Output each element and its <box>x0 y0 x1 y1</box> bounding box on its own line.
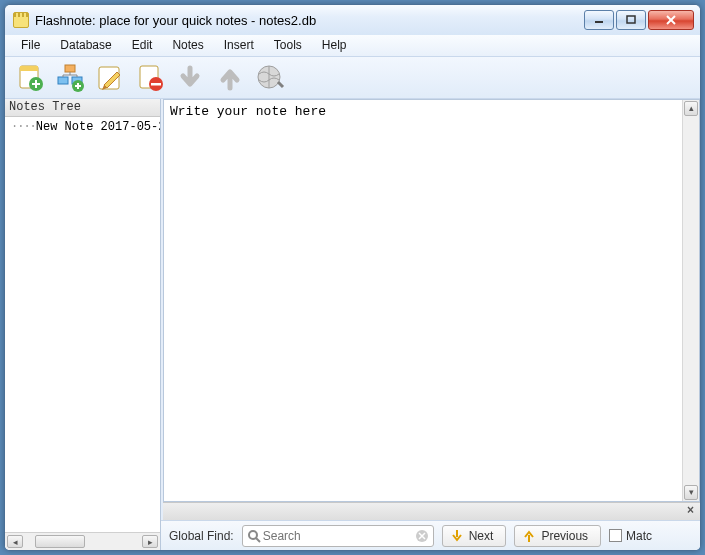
svg-rect-14 <box>151 83 161 86</box>
title-bar[interactable]: Flashnote: place for your quick notes - … <box>5 5 700 35</box>
menu-bar: File Database Edit Notes Insert Tools He… <box>5 35 700 57</box>
status-bar: Global Find: Next Previous Matc <box>161 520 700 550</box>
find-next-button[interactable]: Next <box>442 525 507 547</box>
new-sibling-icon <box>55 63 85 93</box>
search-box[interactable] <box>242 525 434 547</box>
match-case-label: Matc <box>626 529 652 543</box>
edit-note-icon <box>95 63 125 93</box>
scroll-up-button[interactable]: ▴ <box>684 101 698 116</box>
svg-rect-1 <box>627 16 635 23</box>
match-case-option[interactable]: Matc <box>609 529 652 543</box>
menu-help[interactable]: Help <box>312 35 357 56</box>
close-icon <box>665 15 677 25</box>
maximize-icon <box>626 15 636 25</box>
find-next-label: Next <box>469 529 494 543</box>
menu-notes[interactable]: Notes <box>162 35 213 56</box>
move-up-icon <box>216 64 244 92</box>
global-find-label: Global Find: <box>169 529 234 543</box>
delete-note-icon <box>135 63 165 93</box>
editor-area: Write your note here ▴ ▾ <box>163 99 700 502</box>
maximize-button[interactable] <box>616 10 646 30</box>
svg-point-16 <box>249 531 257 539</box>
svg-rect-7 <box>65 65 75 72</box>
delete-note-button[interactable] <box>131 60 169 96</box>
svg-line-3 <box>667 16 675 24</box>
move-down-icon <box>176 64 204 92</box>
app-window: Flashnote: place for your quick notes - … <box>4 4 701 551</box>
editor-panel: Write your note here ▴ ▾ × Global Find: <box>161 99 700 550</box>
new-note-button[interactable] <box>11 60 49 96</box>
svg-rect-5 <box>20 66 38 71</box>
tree-body[interactable]: ····New Note 2017-05-2 <box>5 117 160 532</box>
tree-item[interactable]: ····New Note 2017-05-2 <box>5 119 160 135</box>
editor-textarea[interactable]: Write your note here <box>164 100 682 501</box>
panel-close-strip: × <box>163 502 700 520</box>
menu-file[interactable]: File <box>11 35 50 56</box>
minimize-button[interactable] <box>584 10 614 30</box>
menu-edit[interactable]: Edit <box>122 35 163 56</box>
window-controls <box>584 10 694 30</box>
tree-header: Notes Tree <box>5 99 160 117</box>
editor-vertical-scrollbar[interactable]: ▴ ▾ <box>682 100 699 501</box>
find-prev-button[interactable]: Previous <box>514 525 601 547</box>
svg-line-17 <box>256 538 260 542</box>
scroll-left-button[interactable]: ◂ <box>7 535 23 548</box>
minimize-icon <box>594 15 604 25</box>
menu-insert[interactable]: Insert <box>214 35 264 56</box>
globe-icon <box>255 63 285 93</box>
find-prev-label: Previous <box>541 529 588 543</box>
move-down-button[interactable] <box>171 60 209 96</box>
scroll-thumb[interactable] <box>35 535 85 548</box>
new-note-icon <box>15 63 45 93</box>
globe-button[interactable] <box>251 60 289 96</box>
close-button[interactable] <box>648 10 694 30</box>
window-title: Flashnote: place for your quick notes - … <box>35 13 584 28</box>
tree-panel: Notes Tree ····New Note 2017-05-2 ◂ ▸ <box>5 99 161 550</box>
tree-connector-icon: ···· <box>11 120 36 134</box>
svg-rect-8 <box>58 77 68 84</box>
scroll-right-button[interactable]: ▸ <box>142 535 158 548</box>
tree-horizontal-scrollbar[interactable]: ◂ ▸ <box>5 532 160 550</box>
arrow-down-icon <box>451 529 463 543</box>
toolbar <box>5 57 700 99</box>
search-icon <box>247 529 261 543</box>
new-sibling-button[interactable] <box>51 60 89 96</box>
scroll-down-button[interactable]: ▾ <box>684 485 698 500</box>
tree-item-label: New Note 2017-05-2 <box>36 120 160 134</box>
svg-line-2 <box>667 16 675 24</box>
move-up-button[interactable] <box>211 60 249 96</box>
body-area: Notes Tree ····New Note 2017-05-2 ◂ ▸ Wr… <box>5 99 700 550</box>
panel-close-button[interactable]: × <box>687 503 694 517</box>
arrow-up-icon <box>523 529 535 543</box>
menu-tools[interactable]: Tools <box>264 35 312 56</box>
clear-search-icon[interactable] <box>415 529 429 543</box>
match-case-checkbox[interactable] <box>609 529 622 542</box>
app-icon <box>13 12 29 28</box>
edit-note-button[interactable] <box>91 60 129 96</box>
search-input[interactable] <box>261 528 415 544</box>
menu-database[interactable]: Database <box>50 35 121 56</box>
